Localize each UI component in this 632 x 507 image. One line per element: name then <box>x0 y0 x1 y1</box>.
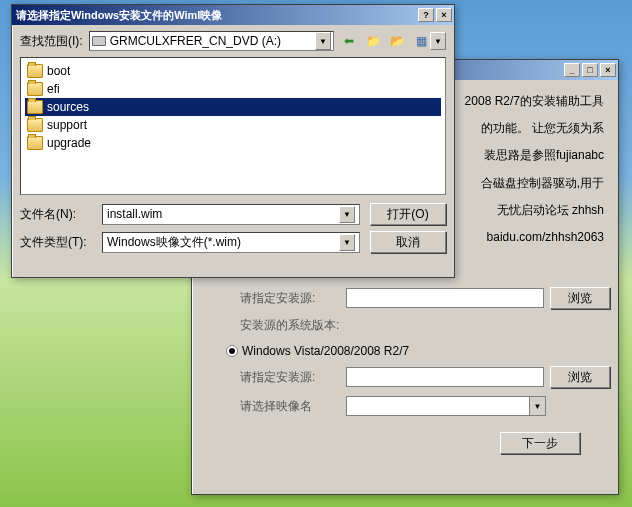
lookin-dropdown[interactable]: GRMCULXFRER_CN_DVD (A:) ▼ <box>89 31 334 51</box>
folder-name: support <box>47 118 87 132</box>
chevron-down-icon: ▼ <box>339 206 355 223</box>
close-button[interactable]: × <box>436 8 452 22</box>
folder-icon <box>27 118 43 132</box>
folder-item-selected[interactable]: sources <box>25 98 441 116</box>
file-open-dialog: 请选择指定Windows安装文件的WimI映像 ? × 查找范围(I): GRM… <box>11 4 455 278</box>
drive-text: GRMCULXFRER_CN_DVD (A:) <box>110 34 281 48</box>
browse-button-1[interactable]: 浏览 <box>550 287 610 309</box>
folder-name: boot <box>47 64 70 78</box>
filename-label: 文件名(N): <box>20 206 92 223</box>
filetype-label: 文件类型(T): <box>20 234 92 251</box>
chevron-down-icon[interactable]: ▼ <box>430 32 446 50</box>
views-icon[interactable]: ▦ <box>412 32 430 50</box>
source-input-2[interactable] <box>346 367 544 387</box>
close-button[interactable]: × <box>600 63 616 77</box>
lookin-label: 查找范围(I): <box>20 33 83 50</box>
disk-icon <box>92 36 106 46</box>
folder-icon <box>27 100 43 114</box>
folder-icon <box>27 82 43 96</box>
filename-value: install.wim <box>107 207 162 221</box>
folder-name: sources <box>47 100 89 114</box>
folder-item[interactable]: efi <box>25 80 441 98</box>
file-list[interactable]: boot efi sources support upgrade <box>20 57 446 195</box>
next-button[interactable]: 下一步 <box>500 432 580 454</box>
fd-title: 请选择指定Windows安装文件的WimI映像 <box>14 8 418 23</box>
folder-icon <box>27 136 43 150</box>
browse-button-2[interactable]: 浏览 <box>550 366 610 388</box>
cancel-button[interactable]: 取消 <box>370 231 446 253</box>
folder-item[interactable]: upgrade <box>25 134 441 152</box>
help-button[interactable]: ? <box>418 8 434 22</box>
up-icon[interactable]: 📁 <box>364 32 382 50</box>
chevron-down-icon: ▼ <box>315 32 331 50</box>
chevron-down-icon: ▼ <box>529 397 545 415</box>
open-button[interactable]: 打开(O) <box>370 203 446 225</box>
filetype-value: Windows映像文件(*.wim) <box>107 234 241 251</box>
maximize-button[interactable]: □ <box>582 63 598 77</box>
folder-name: upgrade <box>47 136 91 150</box>
source-input-1[interactable] <box>346 288 544 308</box>
chevron-down-icon: ▼ <box>339 234 355 251</box>
fd-titlebar: 请选择指定Windows安装文件的WimI映像 ? × <box>12 5 454 25</box>
filetype-select[interactable]: Windows映像文件(*.wim) ▼ <box>102 232 360 253</box>
sysver-label: 安装源的系统版本: <box>240 317 340 334</box>
image-select[interactable]: ▼ <box>346 396 546 416</box>
source-label-1: 请指定安装源: <box>240 290 340 307</box>
new-folder-icon[interactable]: 📂 <box>388 32 406 50</box>
back-icon[interactable]: ⬅ <box>340 32 358 50</box>
folder-name: efi <box>47 82 60 96</box>
folder-item[interactable]: support <box>25 116 441 134</box>
folder-icon <box>27 64 43 78</box>
source-label-2: 请指定安装源: <box>240 369 340 386</box>
minimize-button[interactable]: _ <box>564 63 580 77</box>
radio-vista-label: Windows Vista/2008/2008 R2/7 <box>242 344 409 358</box>
image-label: 请选择映像名 <box>240 398 340 415</box>
radio-vista[interactable] <box>226 345 238 357</box>
folder-item[interactable]: boot <box>25 62 441 80</box>
filename-input[interactable]: install.wim ▼ <box>102 204 360 225</box>
